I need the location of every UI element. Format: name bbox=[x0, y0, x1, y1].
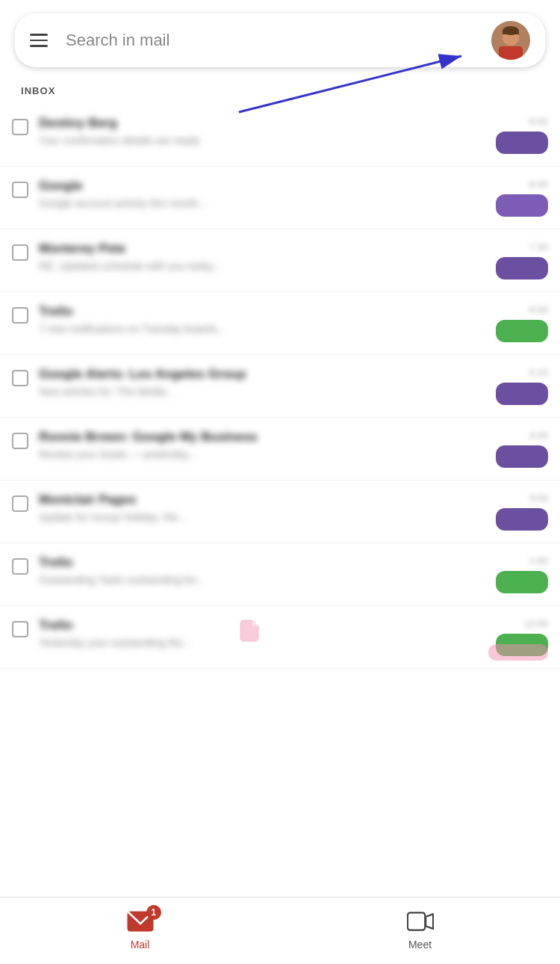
email-time: 4:00 bbox=[529, 430, 548, 441]
email-item[interactable]: Monterey Pete RE: Updated schedule with … bbox=[0, 229, 560, 292]
email-preview: Your confirmation details are ready bbox=[39, 135, 475, 146]
email-checkbox[interactable] bbox=[12, 495, 28, 512]
email-badge bbox=[496, 320, 548, 342]
email-time: 12:00 bbox=[523, 618, 548, 629]
email-item[interactable]: Destiny Berg Your confirmation details a… bbox=[0, 104, 560, 167]
email-checkbox[interactable] bbox=[12, 307, 28, 324]
email-item[interactable]: Trello 7 new notifications on Tuesday bo… bbox=[0, 292, 560, 355]
nav-meet[interactable]: Meet bbox=[407, 911, 434, 951]
meet-icon-wrap bbox=[407, 911, 434, 935]
svg-rect-1 bbox=[499, 46, 523, 60]
email-checkbox[interactable] bbox=[12, 370, 28, 386]
email-badge bbox=[496, 194, 548, 217]
email-preview: Outstanding Tasks outstanding for... bbox=[39, 574, 475, 586]
inbox-label: INBOX bbox=[21, 85, 539, 96]
email-badge bbox=[496, 383, 548, 405]
email-sender: Trello bbox=[39, 304, 475, 319]
svg-marker-9 bbox=[426, 914, 433, 929]
avatar[interactable] bbox=[491, 21, 530, 60]
hamburger-menu-button[interactable] bbox=[30, 34, 48, 47]
email-badge-secondary bbox=[488, 644, 548, 661]
email-badge bbox=[496, 571, 548, 593]
mail-nav-label: Mail bbox=[131, 939, 150, 951]
email-sender: Montclair Pages bbox=[39, 492, 475, 507]
email-time: 6:00 bbox=[529, 304, 548, 315]
email-list: Destiny Berg Your confirmation details a… bbox=[0, 104, 560, 669]
search-input[interactable]: Search in mail bbox=[66, 31, 491, 50]
nav-mail[interactable]: 1 Mail bbox=[127, 911, 154, 951]
email-time: 3:00 bbox=[529, 492, 548, 504]
bottom-navigation: 1 Mail Meet bbox=[0, 897, 560, 964]
email-item[interactable]: Google Alerts: Los Angeles Group New art… bbox=[0, 355, 560, 418]
email-preview: Update for Group Holiday: the... bbox=[39, 511, 475, 523]
email-badge bbox=[496, 508, 548, 531]
email-checkbox[interactable] bbox=[12, 558, 28, 575]
email-item[interactable]: Trello Outstanding Tasks outstanding for… bbox=[0, 543, 560, 606]
email-preview: Review your Goals — yesterday... bbox=[39, 448, 475, 460]
mail-badge: 1 bbox=[146, 905, 161, 920]
email-checkbox[interactable] bbox=[12, 119, 28, 135]
email-time: 8:45 bbox=[529, 179, 548, 190]
email-item[interactable]: Ronnie Brown: Google My Business Review … bbox=[0, 418, 560, 481]
email-preview: New articles for: The Media... bbox=[39, 386, 475, 398]
email-time: 9:00 bbox=[529, 116, 548, 127]
email-sender: Monterey Pete bbox=[39, 241, 475, 256]
email-preview: RE: Updated schedule with you today... bbox=[39, 260, 475, 272]
email-sender: Google Alerts: Los Angeles Group bbox=[39, 367, 475, 382]
email-checkbox[interactable] bbox=[12, 244, 28, 261]
email-sender: Ronnie Brown: Google My Business bbox=[39, 430, 475, 445]
email-badge bbox=[496, 132, 548, 154]
email-preview: 7 new notifications on Tuesday boards... bbox=[39, 323, 475, 335]
attachment-icon bbox=[239, 619, 478, 646]
email-sender: Google bbox=[39, 179, 475, 194]
meet-icon bbox=[407, 911, 434, 932]
svg-rect-8 bbox=[407, 912, 424, 930]
email-preview: Google account activity this month... bbox=[39, 197, 475, 209]
email-sender: Destiny Berg bbox=[39, 116, 475, 131]
meet-nav-label: Meet bbox=[408, 939, 432, 951]
mail-icon-wrap: 1 bbox=[127, 911, 154, 935]
email-time: 7:30 bbox=[529, 241, 548, 253]
email-item[interactable]: Trello Yesterday your outstanding the...… bbox=[0, 606, 560, 669]
email-time: 1:00 bbox=[529, 555, 548, 566]
svg-rect-4 bbox=[503, 31, 519, 34]
email-badge bbox=[496, 257, 548, 279]
email-checkbox[interactable] bbox=[12, 621, 28, 637]
email-checkbox[interactable] bbox=[12, 433, 28, 449]
email-item[interactable]: Google Google account activity this mont… bbox=[0, 167, 560, 229]
email-badge bbox=[496, 445, 548, 468]
search-bar[interactable]: Search in mail bbox=[15, 13, 545, 67]
email-checkbox[interactable] bbox=[12, 182, 28, 198]
email-time: 5:15 bbox=[529, 367, 548, 378]
email-item[interactable]: Montclair Pages Update for Group Holiday… bbox=[0, 481, 560, 543]
email-sender: Trello bbox=[39, 555, 475, 570]
